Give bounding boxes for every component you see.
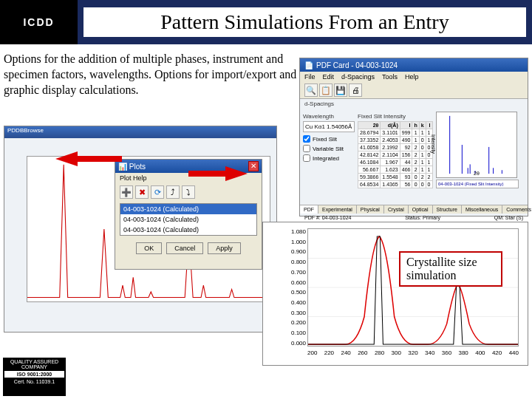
tab-pdf[interactable]: PDF [300, 205, 318, 214]
mini-ylabel: Intensity [431, 134, 436, 154]
slide-title: Pattern Simulations From an Entry [83, 7, 526, 37]
arrow-right-icon [225, 166, 248, 181]
close-icon[interactable]: ✕ [248, 161, 259, 171]
toolbar-icon[interactable]: 📋 [319, 83, 332, 97]
description-text: Options for the addition of multiple pha… [4, 52, 299, 98]
pdfcard-window: 📄 PDF Card - 04-003-1024 File Edit d-Spa… [299, 58, 528, 216]
toolbar-icon[interactable]: 🖨 [349, 83, 362, 97]
iso-badge: QUALITY ASSURED COMPANY ISO 9001:2000 Ce… [3, 358, 66, 396]
slide-header: ICDD Pattern Simulations From an Entry [0, 0, 532, 44]
wavelength-label: Wavelength [303, 113, 355, 120]
crystallite-plot-window: 1.0801.0000.9000.8000.7000.6000.5000.400… [262, 222, 528, 366]
mini-legend: 04-003-1024 (Fixed Slit Intensity) [436, 180, 519, 188]
dspacing-table: 2θd(Å)Ihkl 28.67943.110199911137.33522.4… [358, 121, 433, 188]
tab-crystal[interactable]: Crystal [384, 205, 409, 214]
toolbar-icon[interactable]: 🔍 [304, 83, 318, 97]
export-icon[interactable]: ⤴ [166, 185, 180, 199]
refresh-icon[interactable]: ⟳ [151, 185, 164, 199]
plots-list[interactable]: 04-003-1024 (Calculated) 04-003-1024 (Ca… [120, 203, 257, 236]
menu-tools[interactable]: Tools [382, 73, 398, 81]
section-label: d-Spacings [300, 100, 528, 107]
add-icon[interactable]: ➕ [120, 185, 133, 199]
ok-button[interactable]: OK [136, 242, 162, 254]
crys-yticks: 1.0801.0000.9000.8000.7000.6000.5000.400… [278, 228, 306, 347]
toolbar-icon[interactable]: 💾 [334, 83, 347, 97]
mini-stick-plot: 2θ [436, 112, 517, 178]
tab-comments[interactable]: Comments [502, 205, 532, 214]
list-item[interactable]: 04-003-1024 (Calculated) [120, 225, 256, 235]
tab-misc[interactable]: Miscellaneous [462, 205, 502, 214]
pdfcard-status: PDF #: 04-003-1024Status: PrimaryQM: Sta… [300, 214, 528, 222]
crys-xticks: 200220240260280300320340360380400420440 [307, 349, 519, 356]
apply-button[interactable]: Apply [208, 242, 241, 254]
pdfcard-titlebar: 📄 PDF Card - 04-003-1024 [300, 58, 528, 72]
fixed-slit-checkbox[interactable]: Fixed Slit [303, 135, 355, 143]
window-titlebar: PDDBBrowse [4, 126, 276, 138]
dialog-title: Plots [129, 163, 146, 171]
icdd-logo: ICDD [0, 0, 78, 44]
pdfcard-tabs[interactable]: PDF Experimental Physical Crystal Optica… [300, 205, 528, 214]
menu-help[interactable]: Help [405, 73, 419, 81]
tab-physical[interactable]: Physical [357, 205, 384, 214]
variable-slit-checkbox[interactable]: Variable Slit [303, 145, 355, 152]
import-icon[interactable]: ⤵ [182, 185, 195, 199]
tab-optical[interactable]: Optical [409, 205, 433, 214]
menu-file[interactable]: File [304, 73, 316, 81]
pdfcard-left-panel: Wavelength Cu Kα1 1.54056Å Fixed Slit Va… [300, 109, 433, 205]
remove-icon[interactable]: ✖ [135, 185, 149, 199]
arrow-left-icon [55, 151, 78, 166]
pdfcard-right-panel: Intensity 2θ 04-003-1024 (Fixed Slit Int… [433, 109, 522, 205]
list-item[interactable]: 04-003-1024 (Calculated) [120, 214, 256, 225]
cancel-button[interactable]: Cancel [166, 242, 203, 254]
dialog-toolbar: ➕ ✖ ⟳ ⤴ ⤵ [115, 183, 262, 201]
crystallite-callout: Crystallite size simulation [399, 251, 502, 287]
pdfcard-toolbar: 🔍 📋 💾 🖨 [300, 82, 528, 99]
menu-dspacings[interactable]: d-Spacings [341, 73, 375, 81]
crystallite-plot [307, 228, 519, 347]
pdfcard-menubar[interactable]: File Edit d-Spacings Tools Help [300, 72, 528, 82]
wavelength-value: Cu Kα1 1.54056Å [303, 121, 355, 132]
tab-experimental[interactable]: Experimental [318, 205, 357, 214]
integrated-checkbox[interactable]: Integrated [303, 154, 355, 162]
intensity-label: Fixed Slit Intensity [358, 113, 433, 120]
tab-structure[interactable]: Structure [433, 205, 462, 214]
list-item[interactable]: 04-003-1024 (Calculated) [120, 204, 256, 214]
menu-edit[interactable]: Edit [323, 73, 335, 81]
mini-xlabel: 2θ [474, 171, 480, 176]
